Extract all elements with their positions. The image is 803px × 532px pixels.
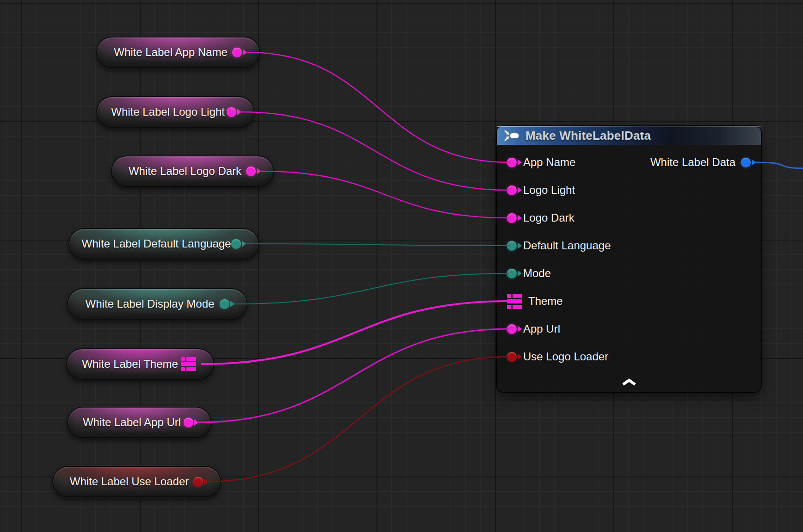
variable-getter-label: White Label App Url	[80, 416, 184, 429]
input-pin-app-url[interactable]	[507, 324, 517, 334]
collapse-pins-button[interactable]	[617, 376, 641, 389]
input-pin-label: Mode	[523, 267, 551, 280]
input-row-logo-light: Logo Light	[497, 176, 575, 204]
output-pin-white-label-logo-dark[interactable]	[246, 167, 256, 176]
input-row-mode: Mode	[497, 260, 551, 287]
variable-getter-white-label-display-mode[interactable]: White Label Display Mode	[67, 288, 247, 320]
variable-getter-white-label-default-language[interactable]: White Label Default Language	[68, 228, 259, 260]
output-pin-white-label-use-loader[interactable]	[193, 477, 203, 487]
variable-getter-white-label-app-url[interactable]: White Label App Url	[67, 407, 211, 438]
variable-getter-label: White Label Logo Light	[109, 105, 227, 118]
input-pin-label: Default Language	[523, 239, 611, 252]
variable-getter-white-label-logo-dark[interactable]: White Label Logo Dark	[111, 155, 274, 187]
output-pin-white-label-logo-light[interactable]	[227, 107, 236, 117]
input-pin-label: App Name	[523, 156, 575, 169]
chevron-up-icon	[620, 378, 638, 387]
input-pin-mode[interactable]	[507, 269, 517, 278]
node-header[interactable]: Make WhiteLabelData	[497, 126, 761, 145]
variable-getter-label: White Label Display Mode	[80, 297, 220, 310]
output-pin-white-label-theme[interactable]	[181, 357, 196, 371]
make-whitelabeldata-node[interactable]: Make WhiteLabelData White Label Data App…	[497, 126, 761, 392]
nodes-layer: White Label App Name White Label Logo Li…	[0, 0, 803, 532]
variable-getter-white-label-theme[interactable]: White Label Theme	[66, 348, 214, 380]
input-pin-label: Logo Light	[523, 184, 575, 197]
variable-getter-white-label-use-loader[interactable]: White Label Use Loader	[52, 466, 221, 497]
output-pin-white-label-default-language[interactable]	[231, 239, 241, 249]
output-pin-label: White Label Data	[650, 156, 735, 169]
output-pin-white-label-display-mode[interactable]	[220, 299, 229, 309]
input-pin-app-name[interactable]	[507, 158, 517, 167]
input-pin-label: Logo Dark	[523, 211, 574, 224]
make-struct-icon	[504, 130, 519, 142]
variable-getter-label: White Label App Name	[109, 46, 232, 59]
input-row-use-logo-loader: Use Logo Loader	[497, 343, 608, 371]
variable-getter-label: White Label Theme	[79, 358, 181, 371]
output-pin-white-label-data[interactable]	[741, 158, 751, 167]
input-row-app-name: App Name	[497, 148, 575, 176]
variable-getter-label: White Label Logo Dark	[124, 165, 246, 178]
output-row: White Label Data	[650, 148, 761, 176]
input-pin-logo-dark[interactable]	[507, 213, 517, 223]
input-pin-label: App Url	[523, 322, 560, 335]
input-row-default-language: Default Language	[497, 232, 611, 260]
input-pin-label: Use Logo Loader	[523, 350, 608, 363]
input-pin-use-logo-loader[interactable]	[507, 352, 517, 362]
variable-getter-white-label-app-name[interactable]: White Label App Name	[96, 37, 260, 68]
blueprint-canvas[interactable]: White Label App Name White Label Logo Li…	[0, 0, 803, 532]
output-pin-white-label-app-url[interactable]	[184, 418, 193, 427]
input-row-app-url: App Url	[497, 315, 560, 343]
variable-getter-label: White Label Default Language	[81, 237, 231, 250]
input-pin-logo-light[interactable]	[507, 186, 517, 195]
input-pin-label: Theme	[528, 295, 563, 308]
variable-getter-white-label-logo-light[interactable]: White Label Logo Light	[96, 96, 254, 128]
node-title: Make WhiteLabelData	[525, 129, 651, 143]
input-row-theme: Theme	[497, 287, 563, 315]
input-row-logo-dark: Logo Dark	[497, 204, 574, 232]
output-pin-white-label-app-name[interactable]	[232, 48, 242, 57]
input-pin-theme[interactable]	[507, 294, 522, 309]
input-pin-default-language[interactable]	[507, 241, 517, 251]
variable-getter-label: White Label Use Loader	[65, 475, 193, 488]
